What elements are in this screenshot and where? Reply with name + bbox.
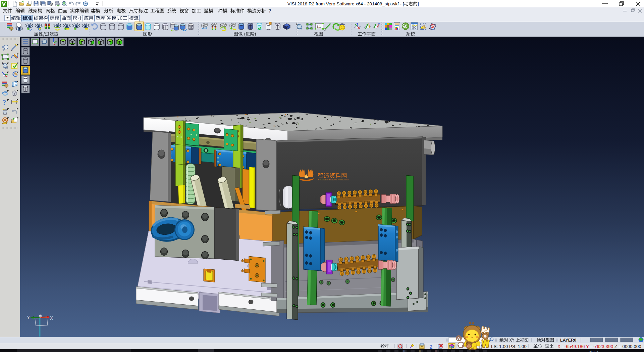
svg-text:LS: 1.00 PS: 1.00: LS: 1.00 PS: 1.00 (491, 344, 527, 349)
svg-text:18:04: 18:04 (589, 350, 599, 352)
svg-text:]: ] (418, 1, 419, 6)
svg-text:2: 2 (430, 344, 432, 350)
svg-text:INTELLIGENT MANUFACTURING DATA: INTELLIGENT MANUFACTURING DATA (318, 179, 349, 181)
svg-text:X =-6549.186 Y =-7623.390 Z =: X =-6549.186 Y =-7623.390 Z = 0000.000 (557, 344, 641, 349)
svg-text::: : (542, 344, 544, 349)
svg-text:?: ? (268, 8, 271, 13)
svg-text:A: A (457, 336, 461, 341)
svg-text:1:1: 1:1 (317, 25, 321, 28)
svg-text:VISI 2018 R2 from Vero Softwar: VISI 2018 R2 from Vero Software x64 - 20… (287, 1, 404, 6)
svg-text:LAYER0: LAYER0 (560, 338, 576, 343)
svg-text:?: ? (3, 99, 6, 106)
svg-text:X: X (50, 315, 53, 321)
svg-text:Y: Y (27, 315, 30, 320)
